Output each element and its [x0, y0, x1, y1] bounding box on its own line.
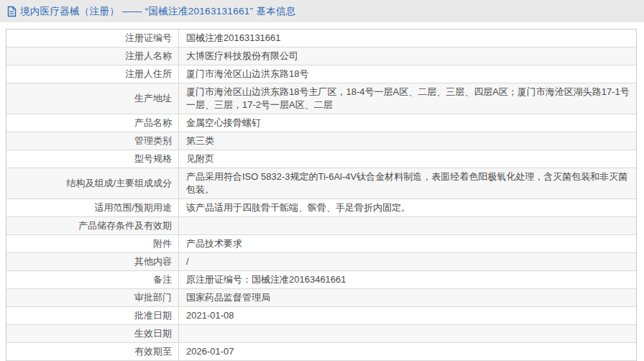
- table-row: 注册人名称 大博医疗科技股份有限公司: [6, 47, 636, 65]
- row-label: 结构及组成/主要组成成分: [6, 168, 179, 198]
- row-label: 生效日期: [6, 325, 179, 342]
- row-value: 该产品适用于四肢骨干骺端、髌骨、手足骨折内固定。: [179, 199, 636, 216]
- table-row: 备注 原注册证编号：国械注准20163461661: [6, 271, 636, 289]
- row-value: 国家药品监督管理局: [179, 289, 636, 306]
- row-label: 附件: [6, 235, 179, 252]
- table-row: 审批部门 国家药品监督管理局: [6, 289, 636, 307]
- table-row: 其他内容 /: [6, 253, 636, 271]
- row-label: 有效期至: [6, 343, 179, 360]
- table-row: 管理类别 第三类: [6, 132, 636, 150]
- row-label: 注册人住所: [6, 65, 179, 83]
- table-row: 注册证编号 国械注准20163131661: [6, 29, 636, 47]
- row-value: 厦门市海沧区山边洪东路18号: [179, 65, 636, 83]
- row-value: [179, 217, 636, 234]
- page-header: 境内医疗器械（注册） —— “国械注准20163131661” 基本信息: [0, 0, 644, 22]
- row-value: 产品采用符合ISO 5832-3规定的Ti-6Al-4V钛合金材料制造，表面经着…: [179, 168, 636, 198]
- table-row: 产品名称 金属空心接骨螺钉: [6, 114, 636, 132]
- row-label: 注册人名称: [6, 47, 179, 65]
- table-row: 生效日期: [6, 325, 636, 343]
- row-value: /: [179, 253, 636, 270]
- row-value: 厦门市海沧区山边洪东路18号主厂区，18-4号一层A区、二层、三层、四层A区；厦…: [179, 83, 636, 114]
- table-row: 生产地址 厦门市海沧区山边洪东路18号主厂区，18-4号一层A区、二层、三层、四…: [6, 83, 636, 114]
- info-table: 注册证编号 国械注准20163131661 注册人名称 大博医疗科技股份有限公司…: [6, 29, 637, 361]
- row-value: 见附页: [179, 150, 636, 168]
- row-label: 产品名称: [6, 114, 179, 132]
- row-label: 生产地址: [6, 83, 179, 114]
- document-icon: [6, 6, 17, 17]
- row-value: 国械注准20163131661: [179, 29, 636, 47]
- row-value: 金属空心接骨螺钉: [179, 114, 636, 132]
- row-label: 产品储存条件及有效期: [6, 217, 179, 234]
- row-value: 2021-01-08: [179, 307, 636, 324]
- table-row: 型号规格 见附页: [6, 150, 636, 168]
- row-value: 2026-01-07: [179, 343, 636, 360]
- row-value: [179, 325, 636, 342]
- row-value: 第三类: [179, 132, 636, 150]
- row-value: 原注册证编号：国械注准20163461661: [179, 271, 636, 288]
- table-row: 附件 产品技术要求: [6, 235, 636, 253]
- row-label: 型号规格: [6, 150, 179, 168]
- table-row: 有效期至 2026-01-07: [6, 343, 636, 361]
- row-label: 管理类别: [6, 132, 179, 150]
- row-label: 其他内容: [6, 253, 179, 270]
- row-label: 备注: [6, 271, 179, 288]
- row-label: 批准日期: [6, 307, 179, 324]
- table-row: 批准日期 2021-01-08: [6, 307, 636, 325]
- row-label: 注册证编号: [6, 29, 179, 47]
- page-title: 境内医疗器械（注册） —— “国械注准20163131661” 基本信息: [20, 5, 296, 18]
- table-row: 适用范围/预期用途 该产品适用于四肢骨干骺端、髌骨、手足骨折内固定。: [6, 199, 636, 217]
- row-value: 产品技术要求: [179, 235, 636, 252]
- row-label: 审批部门: [6, 289, 179, 306]
- table-row: 结构及组成/主要组成成分 产品采用符合ISO 5832-3规定的Ti-6Al-4…: [6, 168, 636, 199]
- row-label: 适用范围/预期用途: [6, 199, 179, 216]
- row-value: 大博医疗科技股份有限公司: [179, 47, 636, 65]
- table-row: 产品储存条件及有效期: [6, 217, 636, 235]
- table-row: 注册人住所 厦门市海沧区山边洪东路18号: [6, 65, 636, 83]
